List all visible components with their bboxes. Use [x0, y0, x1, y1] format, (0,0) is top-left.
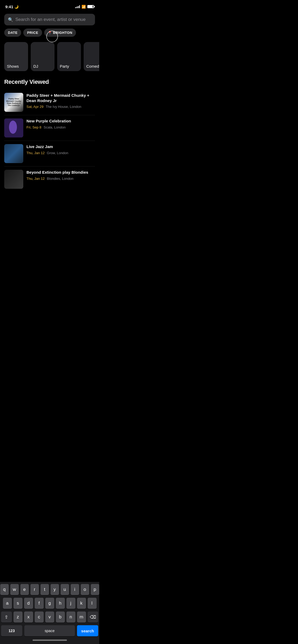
category-card-dj[interactable]: DJ: [31, 42, 55, 71]
thumb-text: Paddy Steer Mermaid Chunky Dean Rodney &…: [5, 98, 22, 107]
recently-viewed-title: Recently Viewed: [0, 79, 99, 90]
event-info: Live Jazz Jam Thu, Jan 12 Grow, London: [26, 144, 95, 155]
category-label-party: Party: [60, 64, 69, 68]
status-time: 9:41: [5, 4, 13, 9]
category-card-comedy[interactable]: Comedy: [84, 42, 99, 71]
list-item[interactable]: Paddy Steer Mermaid Chunky Dean Rodney &…: [4, 90, 95, 115]
moon-icon: 🌙: [14, 5, 19, 9]
category-label-dj: DJ: [33, 64, 38, 68]
search-input[interactable]: [15, 17, 91, 22]
category-card-shows[interactable]: Shows: [4, 42, 28, 71]
event-info: Beyond Extinction play Blondies Thu, Jan…: [26, 170, 95, 181]
status-icons: 📶: [75, 5, 94, 9]
event-venue: The Ivy House, London: [46, 105, 81, 109]
event-info: New Purple Celebration Fri, Sep 8 Scala,…: [26, 118, 95, 130]
wifi-icon: 📶: [82, 5, 86, 9]
event-thumbnail: [4, 118, 23, 137]
list-item[interactable]: Live Jazz Jam Thu, Jan 12 Grow, London: [4, 141, 95, 167]
search-bar[interactable]: 🔍: [4, 14, 95, 25]
location-filter-label: BRIGHTON: [53, 31, 72, 35]
price-filter-button[interactable]: PRICE: [23, 29, 42, 37]
price-filter-label: PRICE: [27, 31, 38, 35]
category-card-party[interactable]: Party: [57, 42, 81, 71]
event-venue: Blondies, London: [47, 177, 73, 181]
event-venue: Scala, London: [44, 125, 66, 129]
event-name: Live Jazz Jam: [26, 144, 95, 149]
event-thumbnail: [4, 144, 23, 163]
pin-icon: 📍: [48, 31, 52, 35]
list-item[interactable]: Beyond Extinction play Blondies Thu, Jan…: [4, 167, 95, 192]
event-list: Paddy Steer Mermaid Chunky Dean Rodney &…: [0, 90, 99, 192]
event-date: Thu, Jan 12: [26, 151, 45, 155]
event-name: Paddy Steer + Mermaid Chunky + Dean Rodn…: [26, 93, 95, 103]
event-thumbnail: Paddy Steer Mermaid Chunky Dean Rodney &…: [4, 93, 23, 112]
date-filter-label: DATE: [8, 31, 17, 35]
search-icon: 🔍: [8, 17, 13, 22]
location-filter-button[interactable]: 📍 BRIGHTON: [44, 29, 76, 37]
event-date: Thu, Jan 12: [26, 177, 45, 181]
signal-icon: [75, 5, 80, 8]
event-thumbnail: [4, 170, 23, 189]
event-venue: Grow, London: [47, 151, 68, 155]
category-label-comedy: Comedy: [86, 64, 99, 68]
date-filter-button[interactable]: DATE: [4, 29, 21, 37]
event-name: Beyond Extinction play Blondies: [26, 170, 95, 175]
event-info: Paddy Steer + Mermaid Chunky + Dean Rodn…: [26, 93, 95, 109]
search-container: 🔍: [0, 12, 99, 29]
list-item[interactable]: New Purple Celebration Fri, Sep 8 Scala,…: [4, 115, 95, 141]
categories-row: Shows DJ Party Comedy Talk: [0, 42, 99, 79]
filter-row: DATE PRICE 📍 BRIGHTON: [0, 29, 99, 42]
event-name: New Purple Celebration: [26, 118, 95, 124]
event-date: Fri, Sep 8: [26, 125, 41, 129]
status-bar: 9:41 🌙 📶: [0, 0, 99, 12]
recently-viewed-section: Recently Viewed Paddy Steer Mermaid Chun…: [0, 79, 99, 192]
category-label-shows: Shows: [7, 64, 19, 68]
battery-icon: [87, 5, 94, 8]
event-date: Sat, Apr 29: [26, 105, 43, 109]
